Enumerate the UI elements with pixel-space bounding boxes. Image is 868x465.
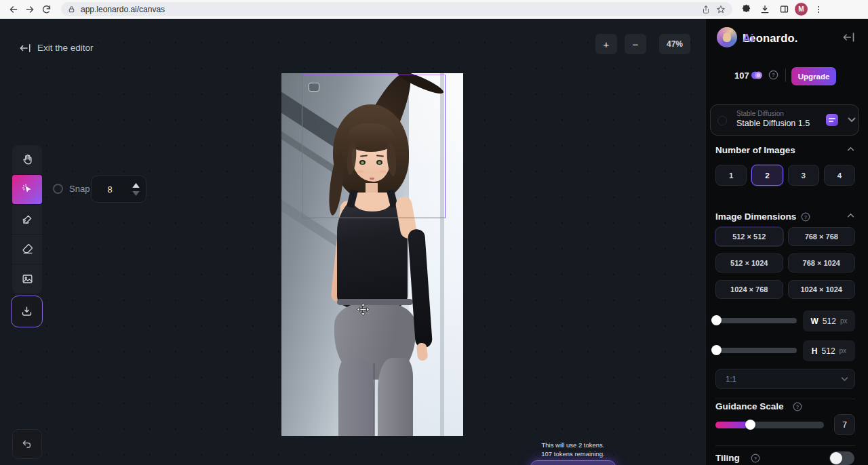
num-images-option-2[interactable]: 2 [751, 165, 783, 186]
figure-right-leg [378, 358, 413, 436]
exit-editor-button[interactable]: Exit the editor [19, 43, 94, 53]
width-label: W [811, 317, 818, 326]
snap-value-input[interactable]: 8 [91, 176, 146, 203]
model-selector-label: Stable Diffusion [736, 110, 784, 117]
snap-toggle[interactable] [53, 184, 63, 194]
stepper-up-icon[interactable] [132, 183, 140, 188]
sketch-tool-button[interactable] [12, 205, 42, 234]
browser-back-button[interactable] [5, 1, 22, 18]
token-coins-icon [751, 70, 763, 81]
kebab-menu-icon [814, 5, 823, 14]
back-arrow-icon [8, 4, 19, 15]
side-panel-icon [779, 4, 789, 14]
figure-left-leg [338, 358, 374, 436]
eraser-tool-button[interactable] [12, 235, 42, 264]
browser-menu-button[interactable] [810, 1, 827, 18]
zoom-out-button[interactable]: − [625, 34, 646, 54]
browser-chrome: app.leonardo.ai/canvas M [0, 0, 868, 19]
height-unit: px [840, 347, 847, 355]
image-tool-button[interactable] [12, 264, 42, 294]
svg-text:?: ? [772, 72, 775, 78]
stepper-down-icon[interactable] [132, 191, 140, 196]
selection-box[interactable] [302, 75, 446, 218]
sketch-pen-icon [21, 213, 34, 226]
dimension-option-512x1024[interactable]: 512 × 1024 [715, 254, 783, 272]
bookmark-star-icon[interactable] [716, 5, 726, 14]
leonardo-logo-avatar [717, 27, 737, 47]
selection-image-badge-icon [309, 83, 319, 92]
height-value-box: H 512 px [803, 340, 855, 361]
exit-arrow-icon [19, 43, 31, 53]
num-images-option-3[interactable]: 3 [788, 165, 819, 186]
upgrade-button[interactable]: Upgrade [791, 67, 836, 85]
dimension-option-768x1024[interactable]: 768 × 1024 [788, 254, 856, 272]
puzzle-icon [741, 4, 751, 14]
magic-cursor-icon [21, 183, 34, 196]
svg-text:?: ? [796, 404, 800, 410]
image-dimensions-title: Image Dimensions [715, 211, 796, 222]
number-of-images-options: 1 2 3 4 [715, 165, 855, 186]
width-unit: px [840, 317, 848, 325]
width-slider[interactable] [715, 318, 797, 323]
generation-sidebar: Leonardo.Ai 107 ? Upgrade Stable Diffusi… [705, 19, 868, 465]
aspect-ratio-value: 1:1 [726, 375, 736, 383]
number-of-images-title: Number of Images [715, 145, 795, 155]
browser-reload-button[interactable] [38, 1, 54, 18]
url-bar[interactable]: app.leonardo.ai/canvas [61, 2, 732, 16]
model-thumbnail-icon [717, 116, 727, 125]
divider [715, 445, 855, 446]
canvas-workspace[interactable]: Exit the editor [0, 19, 705, 465]
dimension-option-1024x1024[interactable]: 1024 × 1024 [788, 280, 856, 299]
side-panel-button[interactable] [776, 1, 792, 18]
tool-palette [12, 145, 42, 294]
height-value: 512 [822, 346, 835, 356]
pan-tool-button[interactable] [12, 145, 42, 174]
num-images-option-4[interactable]: 4 [824, 165, 855, 186]
tiling-title: Tiling [715, 453, 740, 463]
model-selector-value: Stable Diffusion 1.5 [736, 119, 810, 128]
browser-forward-button[interactable] [22, 1, 38, 18]
token-usage-line2: 107 tokens remaining. [541, 449, 604, 458]
extensions-button[interactable] [738, 1, 754, 18]
url-text: app.leonardo.ai/canvas [81, 5, 701, 14]
image-dimensions-options: 512 × 512 768 × 768 512 × 1024 768 × 102… [715, 227, 855, 299]
eraser-icon [21, 243, 34, 256]
share-icon[interactable] [701, 5, 711, 14]
download-icon [20, 305, 33, 318]
token-usage-line1: This will use 2 tokens. [541, 441, 604, 449]
width-slider-thumb[interactable] [711, 315, 722, 325]
forward-arrow-icon [24, 4, 35, 15]
stable-diffusion-icon [826, 114, 838, 126]
zoom-level[interactable]: 47% [659, 34, 690, 54]
token-usage-note: This will use 2 tokens. 107 tokens remai… [541, 441, 604, 458]
figure-waistband [337, 299, 413, 305]
generate-button[interactable] [530, 460, 616, 465]
num-images-option-1[interactable]: 1 [715, 165, 747, 186]
browser-downloads-button[interactable] [757, 1, 773, 18]
dimension-option-1024x768[interactable]: 1024 × 768 [715, 280, 783, 299]
height-slider-thumb[interactable] [711, 345, 722, 355]
download-tool-button[interactable] [11, 296, 43, 327]
move-cursor-icon [356, 302, 370, 317]
svg-text:?: ? [754, 456, 757, 462]
zoom-in-button[interactable]: + [595, 34, 617, 54]
aspect-ratio-dropdown[interactable]: 1:1 [715, 369, 855, 389]
select-tool-button[interactable] [12, 175, 42, 204]
figure-hand [416, 342, 429, 361]
width-value: 512 [823, 317, 836, 326]
figure-leg-seam [373, 363, 375, 436]
dimension-option-512x512[interactable]: 512 × 512 [715, 227, 783, 246]
undo-button[interactable] [12, 429, 42, 459]
browser-profile-avatar[interactable]: M [795, 3, 808, 16]
dimension-option-768x768[interactable]: 768 × 768 [788, 227, 856, 246]
guidance-scale-thumb[interactable] [745, 420, 755, 430]
undo-icon [21, 438, 33, 450]
svg-text:?: ? [804, 214, 808, 220]
lock-icon [68, 5, 75, 14]
tiling-toggle[interactable] [829, 451, 854, 465]
divider [715, 399, 855, 399]
download-icon [760, 4, 770, 15]
hand-icon [21, 153, 34, 166]
height-slider[interactable] [715, 348, 797, 353]
model-selector[interactable]: Stable Diffusion Stable Diffusion 1.5 [710, 104, 859, 136]
